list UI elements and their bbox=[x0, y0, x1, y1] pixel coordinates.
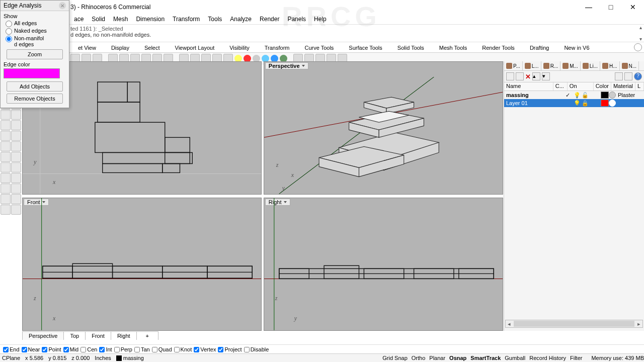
move-up-icon[interactable]: ▴ bbox=[532, 72, 540, 80]
tooltab-surface-tools[interactable]: Surface Tools bbox=[341, 43, 389, 52]
material-ball-icon[interactable] bbox=[609, 100, 616, 107]
gear-icon[interactable] bbox=[634, 43, 642, 51]
tooltab-et-view[interactable]: et View bbox=[70, 43, 104, 52]
close-button[interactable]: ✕ bbox=[622, 0, 644, 14]
col-on[interactable]: On bbox=[568, 82, 594, 90]
material-ball-icon[interactable] bbox=[609, 92, 616, 99]
scroll-left-icon[interactable]: ◂ bbox=[506, 321, 513, 327]
menu-dimension[interactable]: Dimension bbox=[132, 16, 168, 23]
tool-icon-22[interactable] bbox=[1, 184, 11, 194]
tool-icon-15[interactable] bbox=[11, 141, 21, 151]
osnap-end[interactable]: End bbox=[3, 346, 20, 352]
menu-analyze[interactable]: Analyze bbox=[226, 16, 255, 23]
scroll-thumb[interactable] bbox=[514, 321, 634, 327]
panel-close-icon[interactable]: ✕ bbox=[59, 2, 66, 9]
lock-icon[interactable]: 🔒 bbox=[582, 100, 589, 107]
scroll-right-icon[interactable]: ▸ bbox=[635, 321, 642, 327]
osnap-int[interactable]: Int bbox=[99, 346, 112, 352]
toggle-record-history[interactable]: Record History bbox=[529, 355, 566, 361]
menu-help[interactable]: Help bbox=[310, 16, 330, 23]
tooltab-select[interactable]: Select bbox=[137, 43, 168, 52]
toggle-filter[interactable]: Filter bbox=[570, 355, 582, 361]
viewtab-front[interactable]: Front bbox=[85, 331, 111, 340]
col-color[interactable]: Color bbox=[594, 82, 611, 90]
viewport-perspective[interactable]: Perspective bbox=[264, 61, 503, 195]
layer-row-massing[interactable]: massing✓💡🔓Plaster bbox=[504, 91, 644, 99]
osnap-point[interactable]: Point bbox=[42, 346, 61, 352]
tooltab-transform[interactable]: Transform bbox=[257, 43, 297, 52]
osnap-cen[interactable]: Cen bbox=[80, 346, 97, 352]
menu-transform[interactable]: Transform bbox=[169, 16, 203, 23]
color-swatch[interactable] bbox=[601, 92, 609, 99]
tooltab-render-tools[interactable]: Render Tools bbox=[474, 43, 522, 52]
menu-ace[interactable]: ace bbox=[70, 16, 87, 23]
viewtab-right[interactable]: Right bbox=[111, 331, 137, 340]
move-down-icon[interactable]: ▾ bbox=[542, 72, 550, 80]
tooltab-display[interactable]: Display bbox=[104, 43, 137, 52]
hscrollbar[interactable]: ◂ ▸ bbox=[505, 320, 643, 328]
tool-icon-17[interactable] bbox=[11, 152, 21, 162]
tooltab-viewport-layout[interactable]: Viewport Layout bbox=[168, 43, 222, 52]
tool-icon-20[interactable] bbox=[1, 173, 11, 183]
panel-tab-4[interactable]: Li... bbox=[581, 61, 600, 70]
add-objects-button[interactable]: Add Objects bbox=[7, 81, 63, 92]
osnap-project[interactable]: Project bbox=[218, 346, 242, 352]
col-name[interactable]: Name bbox=[504, 82, 553, 90]
panel-tab-0[interactable]: P... bbox=[504, 61, 523, 70]
current-check-icon[interactable]: ✓ bbox=[561, 92, 574, 99]
status-layer[interactable]: massing bbox=[116, 355, 144, 361]
opt-nonmanifold[interactable]: Non-manifold edges bbox=[6, 35, 66, 47]
tool-icon-18[interactable] bbox=[1, 162, 11, 172]
filter-icon[interactable] bbox=[615, 72, 623, 80]
viewtab-perspective[interactable]: Perspective bbox=[22, 331, 64, 340]
tool-icon-16[interactable] bbox=[1, 152, 11, 162]
opt-all-edges[interactable]: All edges bbox=[6, 20, 66, 27]
delete-layer-icon[interactable]: ✕ bbox=[525, 73, 531, 80]
col-lock[interactable]: L bbox=[635, 82, 644, 90]
osnap-vertex[interactable]: Vertex bbox=[194, 346, 216, 352]
viewport-right[interactable]: Right y z bbox=[264, 198, 503, 331]
tool-icon-12[interactable] bbox=[1, 131, 11, 141]
tool-icon-10[interactable] bbox=[1, 120, 11, 130]
tool-icon-8[interactable] bbox=[1, 110, 11, 120]
panel-tab-5[interactable]: H... bbox=[600, 61, 620, 70]
status-cplane[interactable]: CPlane bbox=[2, 355, 20, 361]
bulb-icon[interactable]: 💡 bbox=[574, 92, 581, 99]
tooltab-visibility[interactable]: Visibility bbox=[222, 43, 257, 52]
toggle-gumball[interactable]: Gumball bbox=[505, 355, 525, 361]
panel-tab-2[interactable]: R... bbox=[541, 61, 561, 70]
tool-icon-24[interactable] bbox=[1, 194, 11, 204]
tooltab-curve-tools[interactable]: Curve Tools bbox=[297, 43, 341, 52]
cmd-scroll-up-icon[interactable]: ▴ bbox=[639, 25, 642, 30]
tool-icon-14[interactable] bbox=[1, 141, 11, 151]
toggle-grid-snap[interactable]: Grid Snap bbox=[382, 355, 408, 361]
viewtab-top[interactable]: Top bbox=[63, 331, 86, 340]
minimize-button[interactable]: — bbox=[578, 0, 600, 14]
tool-icon-26[interactable] bbox=[1, 205, 11, 215]
tool-icon-21[interactable] bbox=[11, 173, 21, 183]
tooltab-drafting[interactable]: Drafting bbox=[522, 43, 557, 52]
osnap-disable[interactable]: Disable bbox=[244, 346, 269, 352]
menu-mesh[interactable]: Mesh bbox=[110, 16, 131, 23]
osnap-quad[interactable]: Quad bbox=[152, 346, 172, 352]
tooltab-mesh-tools[interactable]: Mesh Tools bbox=[432, 43, 474, 52]
osnap-perp[interactable]: Perp bbox=[114, 346, 132, 352]
tooltab-solid-tools[interactable]: Solid Tools bbox=[390, 43, 432, 52]
tool-icon-11[interactable] bbox=[11, 120, 21, 130]
toggle-osnap[interactable]: Osnap bbox=[449, 355, 466, 361]
menu-solid[interactable]: Solid bbox=[88, 16, 109, 23]
status-units[interactable]: Inches bbox=[95, 355, 111, 361]
zoom-button[interactable]: Zoom bbox=[7, 49, 63, 59]
cmd-scroll-down-icon[interactable]: ▾ bbox=[639, 36, 642, 42]
remove-objects-button[interactable]: Remove Objects bbox=[7, 94, 63, 104]
menu-panels[interactable]: Panels bbox=[284, 16, 309, 23]
help-icon[interactable]: ? bbox=[634, 72, 642, 80]
tooltab-new-in-v6[interactable]: New in V6 bbox=[556, 43, 597, 52]
panel-tab-1[interactable]: L... bbox=[523, 61, 541, 70]
menu-tools[interactable]: Tools bbox=[204, 16, 225, 23]
panel-tab-6[interactable]: N... bbox=[620, 61, 639, 70]
unlock-icon[interactable]: 🔓 bbox=[582, 92, 589, 99]
osnap-knot[interactable]: Knot bbox=[174, 346, 192, 352]
layer-row-Layer 01[interactable]: Layer 01💡🔒 bbox=[504, 99, 644, 107]
col-material[interactable]: Material bbox=[611, 82, 635, 90]
